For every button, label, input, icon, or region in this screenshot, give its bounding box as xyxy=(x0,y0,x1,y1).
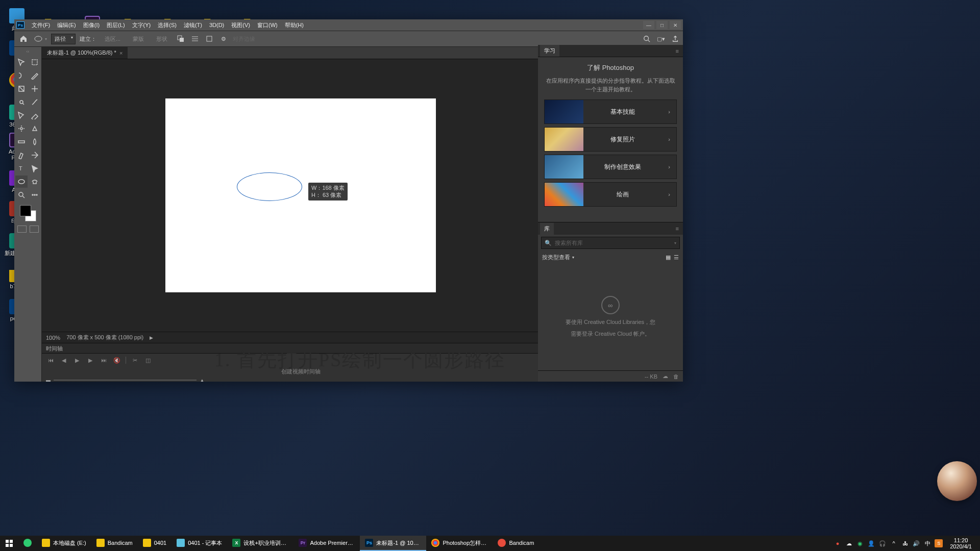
cloud-icon[interactable]: ☁ xyxy=(663,373,668,380)
gear-icon[interactable]: ⚙ xyxy=(218,34,229,44)
healing-tool[interactable] xyxy=(29,96,41,108)
taskbar-item[interactable]: X设栈+职业培训+策... xyxy=(227,536,293,551)
ellipse-path[interactable] xyxy=(237,172,302,201)
move-tool[interactable] xyxy=(15,56,28,68)
menu-item[interactable]: 文件(F) xyxy=(28,20,54,30)
chevron-down-icon[interactable]: ▾ xyxy=(674,241,676,245)
build-shape[interactable]: 形状 xyxy=(152,34,172,44)
share-icon[interactable] xyxy=(671,34,680,43)
document-tab[interactable]: 未标题-1 @ 100%(RGB/8) * × xyxy=(42,47,128,59)
clone-tool[interactable] xyxy=(29,109,41,121)
taskbar-item[interactable]: PrAdobe Premiere ... xyxy=(293,536,360,551)
taskbar-clock[interactable]: 11:20 2020/4/1 xyxy=(946,537,976,549)
menu-item[interactable]: 3D(D) xyxy=(206,20,228,30)
library-search[interactable]: 🔍 搜索所有库 ▾ xyxy=(541,237,680,249)
menu-item[interactable]: 帮助(H) xyxy=(281,20,307,30)
ellipse-tool[interactable] xyxy=(15,176,28,188)
taskbar-item[interactable]: Bandicam xyxy=(493,536,539,551)
timeline-zoom-slider[interactable] xyxy=(54,380,197,381)
taskbar-item[interactable]: 0401 xyxy=(138,536,172,551)
zoom-tool[interactable] xyxy=(15,189,28,201)
menu-item[interactable]: 文字(Y) xyxy=(129,20,155,30)
tab-library[interactable]: 库 xyxy=(540,223,554,235)
edit-toolbar[interactable] xyxy=(29,189,41,201)
taskbar-item[interactable]: Photoshop怎样制... xyxy=(426,536,493,551)
close-tab-icon[interactable]: × xyxy=(119,50,122,56)
brush-tool[interactable] xyxy=(15,109,28,121)
taskbar-item[interactable]: Bandicam xyxy=(91,536,138,551)
blur-tool[interactable] xyxy=(29,136,41,148)
workspace-icon[interactable]: ▢▾ xyxy=(656,34,666,43)
minimize-button[interactable]: — xyxy=(643,21,654,29)
frame-tool[interactable] xyxy=(29,83,41,95)
canvas[interactable]: W：168 像素 H： 63 像素 xyxy=(165,98,436,292)
timeline-first-icon[interactable]: ⏮ xyxy=(46,356,55,364)
tray-input-icon[interactable]: S xyxy=(935,539,943,547)
panel-menu-icon[interactable]: ≡ xyxy=(674,226,681,232)
tray-up-icon[interactable]: ^ xyxy=(890,539,898,547)
menu-item[interactable]: 滤镜(T) xyxy=(180,20,206,30)
lasso-tool[interactable] xyxy=(15,69,28,82)
eraser-tool[interactable] xyxy=(29,122,41,135)
build-mask[interactable]: 蒙版 xyxy=(129,34,148,44)
doc-info[interactable]: 700 像素 x 500 像素 (1080 ppi) xyxy=(66,334,143,341)
path-mode-select[interactable]: 路径 xyxy=(51,34,76,44)
build-selection[interactable]: 选区... xyxy=(101,34,125,44)
mountain-icon[interactable]: ▲ xyxy=(200,378,205,382)
arrange-icon[interactable] xyxy=(204,34,214,44)
menu-item[interactable]: 图层(L) xyxy=(103,20,128,30)
panel-menu-icon[interactable]: ≡ xyxy=(674,48,681,54)
maximize-button[interactable]: □ xyxy=(656,21,668,29)
tray-volume-icon[interactable]: 🔊 xyxy=(912,539,920,547)
timeline-prev-icon[interactable]: ◀ xyxy=(59,356,68,364)
menu-item[interactable]: 编辑(E) xyxy=(54,20,80,30)
tray-record-icon[interactable]: ● xyxy=(834,539,842,547)
close-button[interactable]: ✕ xyxy=(670,21,681,29)
info-arrow-icon[interactable]: ▶ xyxy=(150,335,153,340)
marquee-tool[interactable] xyxy=(29,56,41,68)
gradient-tool[interactable] xyxy=(15,136,28,148)
floating-avatar[interactable] xyxy=(937,461,977,501)
taskbar-item[interactable]: Ps未标题-1 @ 100%... xyxy=(360,536,426,551)
library-filter-select[interactable]: 按类型查看 ▾ ▦ ☰ xyxy=(538,251,683,263)
tab-learn[interactable]: 学习 xyxy=(540,45,559,57)
learn-card[interactable]: 绘画› xyxy=(544,182,677,207)
timeline-mute-icon[interactable]: 🔇 xyxy=(112,356,121,364)
trash-icon[interactable]: 🗑 xyxy=(673,373,679,380)
zoom-level[interactable]: 100% xyxy=(46,335,60,341)
menu-item[interactable]: 选择(S) xyxy=(154,20,180,30)
timeline-next-icon[interactable]: ▶ xyxy=(86,356,95,364)
list-view-icon[interactable]: ☰ xyxy=(674,254,679,261)
eyedropper-tool[interactable] xyxy=(15,96,28,108)
dodge-tool[interactable] xyxy=(15,149,28,161)
history-brush-tool[interactable] xyxy=(15,122,28,135)
learn-card[interactable]: 制作创意效果› xyxy=(544,155,677,179)
timeline-cut-icon[interactable]: ✂ xyxy=(130,356,139,364)
color-swatches[interactable] xyxy=(15,205,40,221)
pen-tool[interactable] xyxy=(29,149,41,161)
home-button[interactable] xyxy=(17,33,30,45)
learn-card[interactable]: 基本技能› xyxy=(544,99,677,124)
taskbar-item[interactable]: 0401 - 记事本 xyxy=(172,536,227,551)
path-tool[interactable] xyxy=(29,162,41,174)
start-button[interactable] xyxy=(0,536,18,551)
tool-preset[interactable]: ▾ xyxy=(34,35,47,42)
timeline-play-icon[interactable]: ▶ xyxy=(72,356,82,364)
menu-item[interactable]: 图像(I) xyxy=(80,20,103,30)
menu-item[interactable]: 视图(V) xyxy=(228,20,254,30)
magic-wand-tool[interactable] xyxy=(29,69,41,82)
hand-tool[interactable] xyxy=(29,176,41,188)
tray-ime-icon[interactable]: 中 xyxy=(923,539,932,547)
tray-audio-icon[interactable]: 🎧 xyxy=(878,539,887,547)
edit-mode[interactable] xyxy=(15,226,40,233)
grid-view-icon[interactable]: ▦ xyxy=(666,254,671,261)
timeline-transition-icon[interactable]: ◫ xyxy=(143,356,153,364)
canvas-viewport[interactable]: W：168 像素 H： 63 像素 xyxy=(42,59,559,332)
taskbar-cortana[interactable] xyxy=(18,536,37,551)
menu-item[interactable]: 窗口(W) xyxy=(254,20,281,30)
search-icon[interactable] xyxy=(642,34,651,43)
tray-onedrive-icon[interactable]: ☁ xyxy=(845,539,853,547)
text-tool[interactable]: T xyxy=(15,162,28,174)
crop-tool[interactable] xyxy=(15,83,28,95)
align-icon[interactable] xyxy=(190,34,200,44)
